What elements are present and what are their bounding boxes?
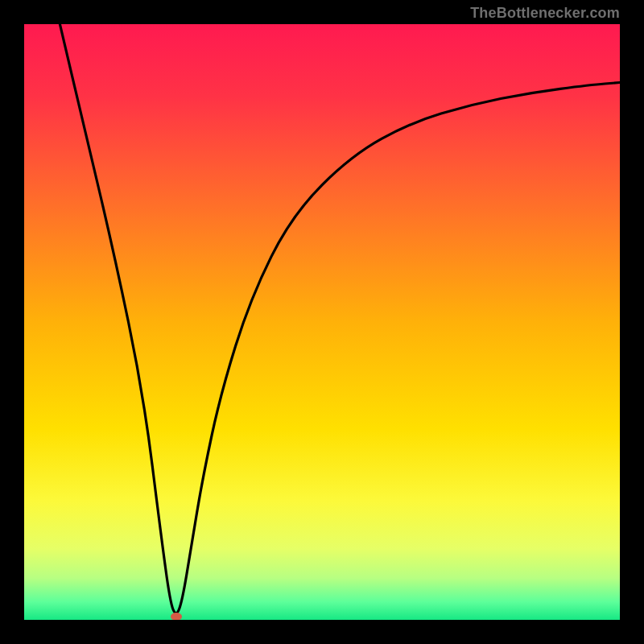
bottleneck-curve [24, 24, 620, 620]
plot-area [24, 24, 620, 620]
optimal-point-marker [171, 613, 182, 620]
chart-frame: TheBottlenecker.com [0, 0, 644, 644]
attribution-text: TheBottlenecker.com [470, 5, 620, 22]
